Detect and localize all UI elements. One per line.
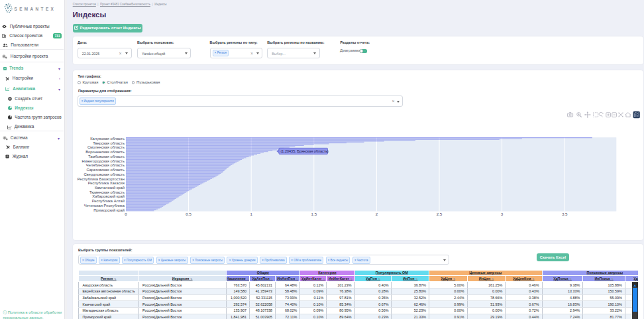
svg-text:Тюменская область: Тюменская область <box>89 190 125 194</box>
svg-text:Нижегородская область: Нижегородская область <box>82 159 125 163</box>
svg-text:Республика Башкортостан: Республика Башкортостан <box>78 177 125 181</box>
svg-text:Воронежская область: Воронежская область <box>85 150 125 154</box>
svg-text:Республика Хакасия: Республика Хакасия <box>88 181 125 185</box>
svg-text:3.5: 3.5 <box>562 212 568 216</box>
svg-text:0.5: 0.5 <box>186 212 191 216</box>
svg-text:Тверская область: Тверская область <box>93 141 125 145</box>
svg-text:Саратовская область: Саратовская область <box>86 168 125 172</box>
svg-text:Хабаровский край: Хабаровский край <box>92 194 125 198</box>
svg-text:2: 2 <box>376 212 378 216</box>
svg-text:Тамбовская область: Тамбовская область <box>88 155 125 159</box>
svg-text:Смоленская область: Смоленская область <box>87 145 125 149</box>
svg-text:0: 0 <box>125 212 127 216</box>
svg-text:3: 3 <box>501 212 504 216</box>
svg-text:Калужская область: Калужская область <box>90 137 125 141</box>
svg-text:(1.20435, Брянская область): (1.20435, Брянская область) <box>281 149 329 153</box>
svg-text:Камчатский край: Камчатский край <box>95 186 125 190</box>
svg-text:2.5: 2.5 <box>437 212 443 216</box>
svg-text:1.5: 1.5 <box>311 212 317 216</box>
svg-text:Свердловская область: Свердловская область <box>83 172 125 176</box>
svg-text:Чеченская Республика: Чеченская Республика <box>84 204 125 208</box>
svg-text:Челябинская область: Челябинская область <box>86 163 125 167</box>
svg-text:Республика Алтай: Республика Алтай <box>92 199 125 203</box>
svg-text:Приморский край: Приморский край <box>93 208 125 212</box>
svg-text:1: 1 <box>250 212 252 216</box>
